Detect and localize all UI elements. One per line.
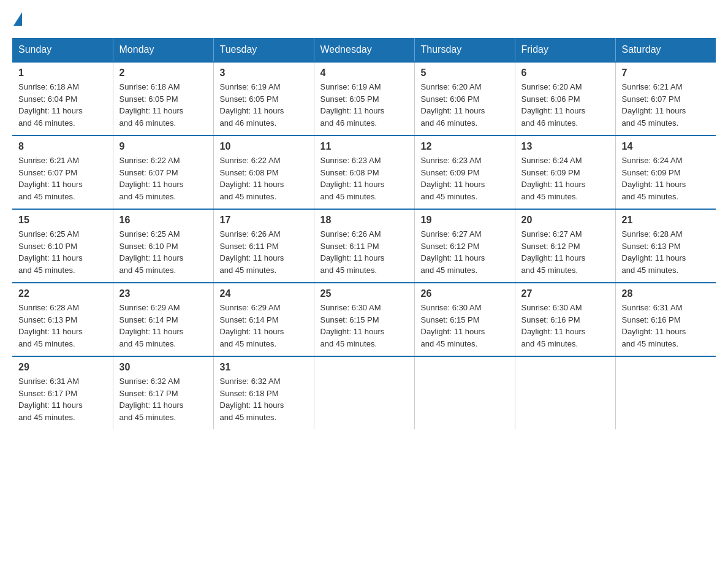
- day-number: 13: [521, 141, 609, 152]
- calendar-cell: [615, 356, 716, 429]
- day-number: 11: [320, 141, 408, 152]
- day-info: Sunrise: 6:23 AM Sunset: 6:08 PM Dayligh…: [320, 155, 408, 202]
- day-info: Sunrise: 6:19 AM Sunset: 6:05 PM Dayligh…: [220, 81, 308, 129]
- day-number: 21: [622, 215, 710, 226]
- day-info: Sunrise: 6:30 AM Sunset: 6:16 PM Dayligh…: [521, 302, 609, 350]
- calendar-cell: 26 Sunrise: 6:30 AM Sunset: 6:15 PM Dayl…: [414, 283, 515, 356]
- calendar-cell: 11 Sunrise: 6:23 AM Sunset: 6:08 PM Dayl…: [314, 136, 414, 209]
- calendar-cell: 31 Sunrise: 6:32 AM Sunset: 6:18 PM Dayl…: [213, 356, 314, 429]
- calendar-cell: 29 Sunrise: 6:31 AM Sunset: 6:17 PM Dayl…: [12, 356, 113, 429]
- day-info: Sunrise: 6:22 AM Sunset: 6:07 PM Dayligh…: [119, 155, 207, 202]
- day-number: 22: [18, 288, 107, 299]
- day-info: Sunrise: 6:20 AM Sunset: 6:06 PM Dayligh…: [421, 81, 509, 129]
- calendar-cell: [314, 356, 414, 429]
- calendar-cell: 6 Sunrise: 6:20 AM Sunset: 6:06 PM Dayli…: [515, 62, 615, 136]
- day-info: Sunrise: 6:28 AM Sunset: 6:13 PM Dayligh…: [18, 302, 107, 350]
- calendar-cell: 23 Sunrise: 6:29 AM Sunset: 6:14 PM Dayl…: [113, 283, 213, 356]
- calendar-cell: 22 Sunrise: 6:28 AM Sunset: 6:13 PM Dayl…: [12, 283, 113, 356]
- calendar-cell: 13 Sunrise: 6:24 AM Sunset: 6:09 PM Dayl…: [515, 136, 615, 209]
- calendar-cell: 17 Sunrise: 6:26 AM Sunset: 6:11 PM Dayl…: [213, 209, 314, 283]
- day-number: 7: [622, 67, 710, 79]
- calendar-week-1: 1 Sunrise: 6:18 AM Sunset: 6:04 PM Dayli…: [12, 62, 716, 136]
- calendar-week-5: 29 Sunrise: 6:31 AM Sunset: 6:17 PM Dayl…: [12, 356, 716, 429]
- logo: [12, 12, 23, 26]
- calendar-cell: 3 Sunrise: 6:19 AM Sunset: 6:05 PM Dayli…: [213, 62, 314, 136]
- day-number: 3: [220, 67, 308, 79]
- day-number: 19: [421, 215, 509, 226]
- day-info: Sunrise: 6:29 AM Sunset: 6:14 PM Dayligh…: [220, 302, 308, 350]
- weekday-header-friday: Friday: [515, 38, 615, 62]
- weekday-header-tuesday: Tuesday: [213, 38, 314, 62]
- weekday-header-row: SundayMondayTuesdayWednesdayThursdayFrid…: [12, 38, 716, 62]
- day-number: 14: [622, 141, 710, 152]
- calendar-table: SundayMondayTuesdayWednesdayThursdayFrid…: [12, 38, 716, 429]
- calendar-cell: 14 Sunrise: 6:24 AM Sunset: 6:09 PM Dayl…: [615, 136, 716, 209]
- day-info: Sunrise: 6:19 AM Sunset: 6:05 PM Dayligh…: [320, 81, 408, 129]
- day-info: Sunrise: 6:23 AM Sunset: 6:09 PM Dayligh…: [421, 155, 509, 202]
- day-info: Sunrise: 6:25 AM Sunset: 6:10 PM Dayligh…: [18, 228, 107, 276]
- calendar-cell: 2 Sunrise: 6:18 AM Sunset: 6:05 PM Dayli…: [113, 62, 213, 136]
- day-info: Sunrise: 6:31 AM Sunset: 6:16 PM Dayligh…: [622, 302, 710, 350]
- day-number: 31: [220, 362, 308, 373]
- calendar-cell: 7 Sunrise: 6:21 AM Sunset: 6:07 PM Dayli…: [615, 62, 716, 136]
- day-number: 6: [521, 67, 609, 79]
- day-info: Sunrise: 6:28 AM Sunset: 6:13 PM Dayligh…: [622, 228, 710, 276]
- calendar-cell: 21 Sunrise: 6:28 AM Sunset: 6:13 PM Dayl…: [615, 209, 716, 283]
- calendar-cell: 24 Sunrise: 6:29 AM Sunset: 6:14 PM Dayl…: [213, 283, 314, 356]
- day-info: Sunrise: 6:32 AM Sunset: 6:17 PM Dayligh…: [119, 375, 207, 423]
- weekday-header-monday: Monday: [113, 38, 213, 62]
- day-info: Sunrise: 6:32 AM Sunset: 6:18 PM Dayligh…: [220, 375, 308, 423]
- day-info: Sunrise: 6:27 AM Sunset: 6:12 PM Dayligh…: [421, 228, 509, 276]
- day-info: Sunrise: 6:30 AM Sunset: 6:15 PM Dayligh…: [320, 302, 408, 350]
- day-info: Sunrise: 6:18 AM Sunset: 6:04 PM Dayligh…: [18, 81, 107, 129]
- calendar-cell: 30 Sunrise: 6:32 AM Sunset: 6:17 PM Dayl…: [113, 356, 213, 429]
- calendar-cell: 16 Sunrise: 6:25 AM Sunset: 6:10 PM Dayl…: [113, 209, 213, 283]
- day-info: Sunrise: 6:30 AM Sunset: 6:15 PM Dayligh…: [421, 302, 509, 350]
- calendar-cell: 15 Sunrise: 6:25 AM Sunset: 6:10 PM Dayl…: [12, 209, 113, 283]
- page-header: [12, 12, 716, 26]
- calendar-cell: 19 Sunrise: 6:27 AM Sunset: 6:12 PM Dayl…: [414, 209, 515, 283]
- day-number: 1: [18, 67, 107, 79]
- calendar-body: 1 Sunrise: 6:18 AM Sunset: 6:04 PM Dayli…: [12, 62, 716, 429]
- day-number: 15: [18, 215, 107, 226]
- weekday-header-saturday: Saturday: [615, 38, 716, 62]
- weekday-header-wednesday: Wednesday: [314, 38, 414, 62]
- calendar-cell: 1 Sunrise: 6:18 AM Sunset: 6:04 PM Dayli…: [12, 62, 113, 136]
- day-info: Sunrise: 6:22 AM Sunset: 6:08 PM Dayligh…: [220, 155, 308, 202]
- calendar-cell: 18 Sunrise: 6:26 AM Sunset: 6:11 PM Dayl…: [314, 209, 414, 283]
- day-number: 29: [18, 362, 107, 373]
- day-info: Sunrise: 6:21 AM Sunset: 6:07 PM Dayligh…: [18, 155, 107, 202]
- calendar-cell: 20 Sunrise: 6:27 AM Sunset: 6:12 PM Dayl…: [515, 209, 615, 283]
- weekday-header-sunday: Sunday: [12, 38, 113, 62]
- calendar-week-3: 15 Sunrise: 6:25 AM Sunset: 6:10 PM Dayl…: [12, 209, 716, 283]
- day-info: Sunrise: 6:20 AM Sunset: 6:06 PM Dayligh…: [521, 81, 609, 129]
- day-info: Sunrise: 6:18 AM Sunset: 6:05 PM Dayligh…: [119, 81, 207, 129]
- day-info: Sunrise: 6:21 AM Sunset: 6:07 PM Dayligh…: [622, 81, 710, 129]
- calendar-cell: [515, 356, 615, 429]
- calendar-cell: 4 Sunrise: 6:19 AM Sunset: 6:05 PM Dayli…: [314, 62, 414, 136]
- calendar-header: SundayMondayTuesdayWednesdayThursdayFrid…: [12, 38, 716, 62]
- day-number: 30: [119, 362, 207, 373]
- day-info: Sunrise: 6:26 AM Sunset: 6:11 PM Dayligh…: [220, 228, 308, 276]
- day-number: 26: [421, 288, 509, 299]
- calendar-week-4: 22 Sunrise: 6:28 AM Sunset: 6:13 PM Dayl…: [12, 283, 716, 356]
- day-number: 10: [220, 141, 308, 152]
- calendar-cell: 28 Sunrise: 6:31 AM Sunset: 6:16 PM Dayl…: [615, 283, 716, 356]
- day-number: 9: [119, 141, 207, 152]
- calendar-cell: 12 Sunrise: 6:23 AM Sunset: 6:09 PM Dayl…: [414, 136, 515, 209]
- day-number: 20: [521, 215, 609, 226]
- day-info: Sunrise: 6:27 AM Sunset: 6:12 PM Dayligh…: [521, 228, 609, 276]
- day-number: 17: [220, 215, 308, 226]
- day-number: 25: [320, 288, 408, 299]
- day-number: 28: [622, 288, 710, 299]
- day-number: 24: [220, 288, 308, 299]
- day-number: 18: [320, 215, 408, 226]
- day-number: 2: [119, 67, 207, 79]
- day-number: 5: [421, 67, 509, 79]
- logo-triangle-icon: [13, 12, 22, 26]
- calendar-cell: 27 Sunrise: 6:30 AM Sunset: 6:16 PM Dayl…: [515, 283, 615, 356]
- calendar-cell: 5 Sunrise: 6:20 AM Sunset: 6:06 PM Dayli…: [414, 62, 515, 136]
- day-info: Sunrise: 6:25 AM Sunset: 6:10 PM Dayligh…: [119, 228, 207, 276]
- day-info: Sunrise: 6:26 AM Sunset: 6:11 PM Dayligh…: [320, 228, 408, 276]
- day-number: 16: [119, 215, 207, 226]
